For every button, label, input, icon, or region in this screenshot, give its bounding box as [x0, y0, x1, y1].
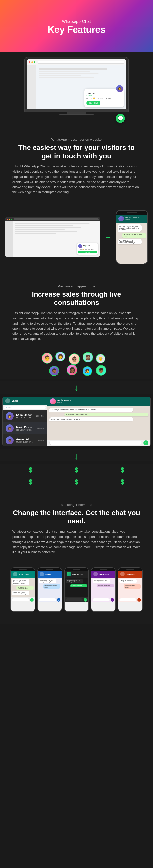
section-position-label: Position and appear time — [12, 284, 141, 288]
divider-2 — [25, 498, 128, 498]
var-send-1[interactable]: ➤ — [30, 598, 33, 602]
phone-variation-3: Chat with us Welcome! What can I do for … — [64, 567, 89, 612]
section-messenger-label: WhatsApp messenger on website — [12, 138, 141, 142]
phone-variation-1: Maria Peters Hi! Can you tell me how muc… — [10, 567, 35, 612]
var-input-field-1[interactable] — [12, 598, 29, 601]
wa-float-icon: 💬 — [116, 114, 125, 123]
dot-yellow — [9, 219, 10, 220]
phone-notch — [117, 211, 147, 215]
phone-var-screen-1: Maria Peters Hi! Can you tell me how muc… — [11, 571, 35, 611]
wa-greeting-text: Hi there 👋 How can I help you? — [86, 97, 122, 99]
var-msg-1-in2: Wow! That's really awesome! Thank you! — [12, 591, 29, 595]
phone-var-notch-bar-5 — [126, 569, 134, 570]
var-header-1: Maria Peters — [11, 571, 35, 578]
var-input-3: ➤ — [65, 597, 88, 602]
start-chat-button[interactable]: Start Chat — [86, 101, 100, 105]
section-messenger-elem: Messenger elements Change the interface.… — [0, 488, 153, 562]
msg-outgoing-1: Hi Maria! It's absolutely free! — [64, 413, 148, 416]
dollar-row-2: $ $ $ — [0, 476, 153, 488]
messenger-elem-desc: Whatever context your client communicati… — [12, 529, 141, 555]
section-messenger: WhatsApp messenger on website The easies… — [0, 128, 153, 203]
chat-messages-panel: Maria Peters online Hi! Can you tell me … — [47, 397, 150, 446]
msg-incoming-2: Wow! That's really awesome! Thank you! — [49, 417, 133, 421]
var-header-5: Help Center — [118, 571, 142, 578]
messages-header: Maria Peters online — [47, 397, 150, 406]
dot-red — [7, 219, 8, 220]
text-line-6 — [15, 234, 56, 234]
sidebar-icon-1: ⋮ — [42, 399, 45, 402]
var-messages-5: How can we assist you? Track my order pl… — [118, 578, 142, 597]
var-send-5[interactable]: ➤ — [137, 598, 141, 602]
phone-var-screen-5: Help Center How can we assist you? Track… — [118, 571, 142, 611]
phone-var-screen-4: Sales Team Hi! Interested in our product… — [92, 571, 115, 611]
arrow-down-2: ↓ — [0, 448, 153, 462]
phone-var-notch-bar-2 — [46, 569, 53, 570]
send-button[interactable]: ➤ — [143, 440, 148, 445]
var-input-5: ➤ — [118, 597, 142, 602]
phone-variation-4: Sales Team Hi! Interested in our product… — [91, 567, 116, 612]
var-msg-1-out: Hi Maria! It's absolutely free! — [17, 586, 33, 590]
text-line-1 — [15, 223, 90, 224]
demo-address-bar — [14, 218, 99, 220]
phone-var-notch-bar-4 — [100, 569, 107, 570]
section-messenger-title: The easiest way for your visitors to get… — [12, 144, 141, 160]
var-msg-2-out: I need help with my order — [43, 584, 60, 589]
var-send-4[interactable]: ➤ — [110, 598, 114, 602]
chat-time-1: 12:00 PM — [36, 415, 44, 417]
sidebar-avatar — [5, 398, 10, 403]
chat-item-3[interactable]: 👨🏾 Aravali Al... Quick question -. 3:00 … — [3, 434, 47, 446]
demo-laptop-small: John Doe ● online Hi there 👋 How can I h… — [5, 217, 100, 257]
chat-avatar-2: 👩🏽 — [6, 424, 14, 432]
laptop-screen-outer: 👩 John Doe ● online Hi there 👋 How can I… — [24, 57, 129, 110]
chat-name-3: Aravali Al... — [16, 438, 34, 441]
var-name-4: Sales Team — [99, 574, 108, 575]
var-messages-3: Welcome! What can I do for you? Need pri… — [65, 578, 88, 597]
chat-sidebar-header: Chats ⋮ — [3, 397, 47, 405]
chat-time-2: 2:00 PM — [37, 427, 44, 429]
var-input-2: ➤ — [38, 597, 61, 602]
dollar-1: $ — [29, 466, 32, 474]
search-field[interactable]: 🔍 Search — [4, 406, 46, 409]
demo-mockups-row: John Doe ● online Hi there 👋 How can I h… — [0, 203, 153, 272]
laptop-screen-inner: 👩 John Doe ● online Hi there 👋 How can I… — [27, 59, 126, 109]
var-input-field-4[interactable] — [93, 598, 109, 601]
chat-sidebar-list: Chats ⋮ 🔍 Search 👩 Saga Linden Hi Can yo… — [3, 397, 47, 446]
demo-content-small: John Doe ● online Hi there 👋 How can I h… — [5, 221, 100, 257]
phone-var-screen-2: Support Hello! How can we help you today… — [38, 571, 61, 611]
dollar-5: $ — [75, 478, 78, 486]
laptop-screen-content: 👩 John Doe ● online Hi there 👋 How can I… — [27, 59, 126, 109]
var-input-field-5[interactable] — [120, 598, 136, 601]
var-name-1: Maria Peters — [19, 574, 29, 575]
var-input-field-2[interactable] — [39, 598, 56, 601]
popup-start-btn[interactable]: Start Chat — [78, 251, 97, 253]
message-input-field[interactable] — [49, 441, 142, 445]
browser-address-bar — [38, 61, 124, 64]
var-messages-1: Hi! Can you tell me how much it costs to… — [11, 578, 35, 597]
var-name-3: Chat with us — [72, 574, 83, 575]
messenger-elem-title: Change the interface. Get the chat you n… — [12, 508, 141, 525]
chat-info-2: Maria Peters Hi! Can you tell. — [16, 426, 34, 431]
person-2: 👩 — [55, 351, 65, 362]
phone-var-notch-bar-3 — [73, 569, 80, 570]
browser-dot-green — [34, 61, 35, 63]
people-cluster: 👨 👩 👨🏽 👩🏽 👴 👨🏾 👩🏾 👧 👦🏾 — [39, 351, 114, 379]
chat-item-2[interactable]: 👩🏽 Maria Peters Hi! Can you tell. 2:00 P… — [3, 422, 47, 434]
var-send-2[interactable]: ➤ — [57, 598, 60, 602]
var-avatar-5 — [120, 572, 125, 577]
var-header-3: Chat with us — [65, 571, 88, 578]
phone-var-notch-2 — [38, 568, 61, 571]
person-5: 👴 — [96, 354, 105, 363]
var-msg-1-in: Hi! Can you tell me how much it costs to… — [12, 579, 29, 585]
var-msg-5-out: Track my order please — [124, 584, 141, 589]
var-input-field-3[interactable] — [66, 598, 83, 601]
messages-header-info: Maria Peters online — [57, 399, 71, 403]
chat-msg-2: Hi! Can you tell. — [16, 429, 34, 431]
text-line-3 — [15, 227, 81, 228]
popup-greeting: Hi there 👋 How can I help? — [78, 249, 97, 250]
laptop-foot — [59, 115, 94, 116]
messages-header-status: online — [57, 402, 71, 403]
chat-item-1[interactable]: 👩 Saga Linden Hi Can you tell. 12:00 PM — [3, 410, 47, 422]
var-send-3[interactable]: ➤ — [84, 598, 87, 602]
wa-msg-incoming-1: Hi! Can you tell me how much it costs to… — [118, 224, 142, 231]
chat-popup-small: John Doe ● online Hi there 👋 How can I h… — [77, 243, 98, 255]
